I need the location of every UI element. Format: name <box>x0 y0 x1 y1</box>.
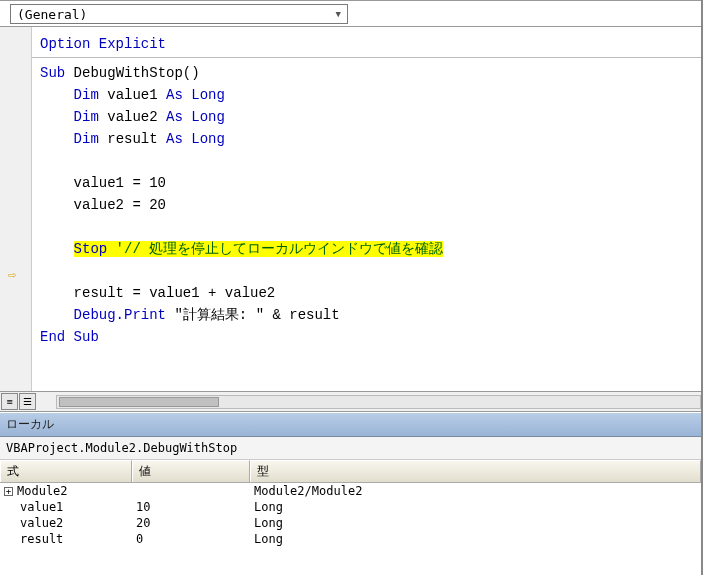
locals-header-row: 式 値 型 <box>0 460 701 483</box>
locals-var-type: Long <box>250 532 701 546</box>
code-token: value2 = 20 <box>74 197 166 213</box>
expand-icon[interactable]: + <box>4 487 13 496</box>
locals-var-type: Long <box>250 500 701 514</box>
code-token: As Long <box>166 87 225 103</box>
full-module-view-button[interactable]: ☰ <box>19 393 36 410</box>
code-token: value1 = 10 <box>74 175 166 191</box>
code-token: "計算結果: " & result <box>166 307 340 323</box>
code-token: End Sub <box>40 329 99 345</box>
code-token: value1 <box>99 87 166 103</box>
code-separator <box>32 57 701 58</box>
code-token: Debug.Print <box>74 307 166 323</box>
code-token: result = value1 + value2 <box>74 285 276 301</box>
scrollbar-thumb[interactable] <box>59 397 219 407</box>
code-token: Stop <box>74 241 108 257</box>
locals-context: VBAProject.Module2.DebugWithStop <box>0 437 701 460</box>
locals-var-type: Module2/Module2 <box>250 484 701 498</box>
view-toggle-bar: ≡ ☰ <box>0 392 701 412</box>
code-token: Option Explicit <box>40 36 166 52</box>
code-token: Dim <box>74 109 99 125</box>
code-editor[interactable]: ⇨ Option Explicit Sub DebugWithStop() Di… <box>0 26 701 392</box>
object-dropdown-bar: (General) ▼ <box>0 1 701 26</box>
locals-header-type[interactable]: 型 <box>250 460 701 482</box>
code-token: value2 <box>99 109 166 125</box>
locals-var-name: result <box>20 532 63 546</box>
code-token: DebugWithStop() <box>65 65 199 81</box>
locals-var-value: 10 <box>132 500 250 514</box>
locals-var-value: 20 <box>132 516 250 530</box>
locals-var-name: value2 <box>20 516 63 530</box>
code-token: As Long <box>166 109 225 125</box>
chevron-down-icon: ▼ <box>336 9 341 19</box>
object-dropdown-label: (General) <box>17 7 87 22</box>
locals-body: +Module2Module2/Module2value110Longvalue… <box>0 483 701 547</box>
locals-row[interactable]: value110Long <box>0 499 701 515</box>
horizontal-scrollbar[interactable] <box>56 395 701 409</box>
locals-var-value: 0 <box>132 532 250 546</box>
locals-row[interactable]: result0Long <box>0 531 701 547</box>
locals-var-value <box>132 484 250 498</box>
locals-row[interactable]: +Module2Module2/Module2 <box>0 483 701 499</box>
code-token: '// 処理を停止してローカルウインドウで値を確認 <box>107 241 443 257</box>
code-token: As Long <box>166 131 225 147</box>
locals-row[interactable]: value220Long <box>0 515 701 531</box>
code-token: result <box>99 131 166 147</box>
code-gutter: ⇨ <box>0 27 32 391</box>
execution-arrow-icon: ⇨ <box>8 267 16 281</box>
code-token: Dim <box>74 87 99 103</box>
locals-window-title: ローカル <box>0 412 701 437</box>
locals-header-expression[interactable]: 式 <box>0 460 132 482</box>
procedure-view-button[interactable]: ≡ <box>1 393 18 410</box>
locals-var-name: value1 <box>20 500 63 514</box>
code-token: Sub <box>40 65 65 81</box>
code-text-area[interactable]: Option Explicit Sub DebugWithStop() Dim … <box>32 27 701 391</box>
locals-var-type: Long <box>250 516 701 530</box>
code-token: Dim <box>74 131 99 147</box>
locals-var-name: Module2 <box>17 484 68 498</box>
object-dropdown[interactable]: (General) ▼ <box>10 4 348 24</box>
locals-header-value[interactable]: 値 <box>132 460 250 482</box>
